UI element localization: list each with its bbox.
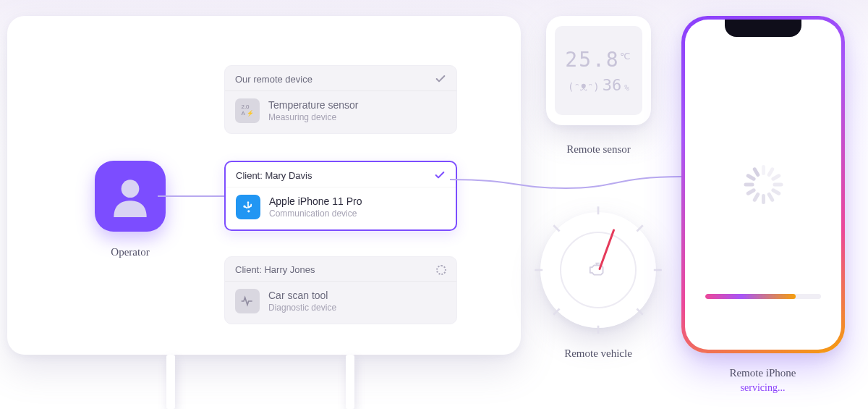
device-name: Apple iPhone 11 Pro [269, 195, 362, 207]
device-subtitle: Diagnostic device [268, 303, 336, 313]
usb-icon [236, 195, 260, 219]
device-card-header: Client: Harry Jones [235, 264, 315, 275]
gauge-dial [560, 232, 637, 308]
remote-vehicle-gauge [540, 212, 656, 328]
operator-panel: Operator Our remote device 2.0 A ⚡ Tempe… [7, 16, 521, 355]
engine-icon [587, 261, 609, 279]
phone-status: servicing... [741, 382, 786, 393]
device-subtitle: Communication device [269, 208, 362, 219]
check-icon [435, 73, 446, 85]
person-icon [106, 172, 154, 220]
phone-notch [725, 20, 801, 37]
svg-line-5 [553, 225, 559, 231]
device-card-car-scan[interactable]: Client: Harry Jones Car scan tool Diagno… [224, 256, 457, 324]
device-card-header: Our remote device [235, 74, 312, 85]
connector-operator [158, 195, 224, 197]
device-name: Temperature sensor [268, 99, 359, 111]
face-icon: (ᵔᴥᵔ) [568, 81, 600, 93]
sensor-screen: 25.8℃ (ᵔᴥᵔ) 36% [555, 26, 642, 115]
remote-iphone-label: Remote iPhone servicing... [681, 366, 844, 395]
check-icon [434, 169, 446, 181]
operator-block: Operator [87, 161, 174, 258]
device-subtitle: Measuring device [268, 112, 359, 122]
svg-line-7 [553, 308, 559, 314]
remote-sensor-label: Remote sensor [546, 143, 651, 156]
device-card-iphone[interactable]: Client: Mary Davis Apple iPhone 11 Pro C… [224, 161, 457, 231]
device-card-header: Client: Mary Davis [236, 170, 312, 181]
panel-stand [166, 355, 354, 409]
remote-vehicle-label: Remote vehicle [540, 347, 656, 360]
ecg-icon [235, 289, 260, 313]
device-card-temperature-sensor[interactable]: Our remote device 2.0 A ⚡ Temperature se… [224, 65, 457, 134]
operator-label: Operator [87, 246, 174, 258]
remote-sensor-device: 25.8℃ (ᵔᴥᵔ) 36% [546, 16, 651, 125]
svg-point-0 [122, 180, 140, 198]
remote-iphone-device [681, 16, 845, 353]
progress-bar [705, 294, 821, 299]
loading-spinner-icon [436, 265, 446, 275]
loading-spinner-icon [744, 165, 783, 204]
sensor-humidity: (ᵔᴥᵔ) 36% [568, 76, 629, 94]
phone-screen [685, 20, 841, 350]
progress-fill [705, 294, 796, 299]
sensor-chip-icon: 2.0 A ⚡ [235, 98, 260, 123]
svg-line-8 [637, 308, 642, 314]
operator-avatar [95, 161, 166, 232]
device-name: Car scan tool [268, 290, 336, 301]
sensor-temperature: 25.8℃ [565, 48, 631, 72]
svg-line-6 [637, 225, 642, 231]
